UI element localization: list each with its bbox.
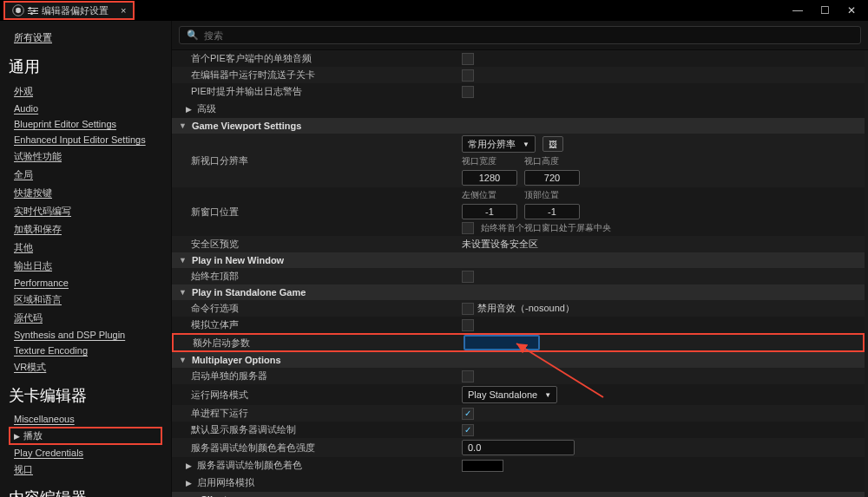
nav-play-label: 播放: [23, 429, 43, 442]
row-label: 新视口分辨率: [172, 154, 458, 167]
chevron-down-icon: ▼: [179, 121, 187, 130]
nav-loadsave[interactable]: 加载和保存: [9, 220, 162, 239]
row-label: 模拟立体声: [172, 318, 458, 331]
checkbox[interactable]: [462, 370, 474, 383]
search-icon: 🔍: [187, 29, 199, 41]
row-label: 服务器调试绘制颜色着色强度: [172, 441, 458, 454]
nav-region[interactable]: 区域和语言: [9, 291, 162, 309]
checkbox-checked[interactable]: [462, 408, 474, 420]
nav-outputlog[interactable]: 输出日志: [9, 257, 162, 275]
row-label: 首个PIE客户端中的单独音频: [172, 52, 458, 65]
sidebar: 所有设置 通用 外观 Audio Blueprint Editor Settin…: [0, 21, 172, 497]
nav-blueprint[interactable]: Blueprint Editor Settings: [9, 116, 162, 132]
nav-enhanced-input[interactable]: Enhanced Input Editor Settings: [9, 132, 162, 147]
viewport-width-input[interactable]: [462, 170, 517, 186]
sliders-icon: [28, 6, 38, 15]
nav-play-highlighted[interactable]: ▶ 播放: [9, 427, 162, 445]
chevron-right-icon: ▶: [14, 432, 20, 441]
chevron-down-icon: ▼: [179, 256, 187, 265]
top-pos-input[interactable]: [524, 204, 580, 219]
checkbox[interactable]: [462, 53, 474, 65]
chevron-down-icon: ▼: [523, 141, 529, 148]
section-general: 通用: [9, 56, 162, 77]
ue-logo-icon: [12, 4, 24, 16]
checkbox[interactable]: [462, 69, 474, 82]
nav-texture[interactable]: Texture Encoding: [9, 343, 162, 358]
nosound-checkbox[interactable]: [462, 303, 474, 315]
content-panel: 🔍 首个PIE客户端中的单独音频 在编辑器中运行时流送子关卡 PIE时提升并输出…: [172, 21, 868, 497]
nav-synthesis[interactable]: Synthesis and DSP Plugin: [9, 327, 162, 343]
row-label: 单进程下运行: [172, 407, 458, 420]
nav-appearance[interactable]: 外观: [9, 82, 162, 101]
nav-global[interactable]: 全局: [9, 166, 162, 184]
viewport-height-input[interactable]: [524, 170, 580, 186]
nav-sourcecode[interactable]: 源代码: [9, 309, 162, 327]
row-label: 命令行选项: [172, 302, 458, 315]
chevron-right-icon: ▶: [186, 479, 192, 487]
section-mpo[interactable]: ▼Multiplayer Options: [172, 352, 865, 368]
image-icon-button[interactable]: 🖼: [542, 136, 563, 152]
color-swatch[interactable]: [462, 460, 503, 472]
settings-scroll[interactable]: 首个PIE客户端中的单独音频 在编辑器中运行时流送子关卡 PIE时提升并输出日志…: [172, 50, 868, 497]
resolution-dropdown[interactable]: 常用分辨率▼: [462, 135, 536, 153]
section-pinw[interactable]: ▼Play in New Window: [172, 252, 865, 268]
title-bar: 编辑器偏好设置 × — ☐ ✕: [0, 0, 868, 21]
checkbox[interactable]: [462, 319, 474, 331]
search-box[interactable]: 🔍: [179, 26, 861, 44]
chevron-down-icon: ▼: [179, 288, 187, 297]
chevron-down-icon: ▼: [544, 391, 551, 399]
nav-experimental[interactable]: 试验性功能: [9, 147, 162, 166]
search-input[interactable]: [204, 30, 853, 41]
netmode-dropdown[interactable]: Play Standalone▼: [462, 386, 557, 403]
checkbox[interactable]: [462, 86, 474, 98]
nav-viewport[interactable]: 视口: [9, 461, 162, 479]
active-tab[interactable]: 编辑器偏好设置 ×: [3, 1, 135, 20]
image-icon: 🖼: [549, 140, 557, 149]
checkbox[interactable]: [462, 271, 474, 283]
chevron-right-icon: ▶: [186, 461, 192, 470]
section-contenteditor: 内容编辑器: [9, 487, 162, 497]
section-pisg[interactable]: ▼Play in Standalone Game: [172, 284, 865, 300]
chevron-down-icon: ▼: [179, 356, 187, 364]
maximize-button[interactable]: ☐: [820, 4, 830, 16]
row-label: 始终在顶部: [172, 270, 458, 283]
nav-shortcuts[interactable]: 快捷按键: [9, 184, 162, 202]
row-label: 在编辑器中运行时流送子关卡: [172, 69, 458, 82]
row-label: PIE时提升并输出日志警告: [172, 85, 458, 98]
nav-playcred[interactable]: Play Credentials: [9, 445, 162, 461]
checkbox-checked[interactable]: [462, 424, 474, 436]
nav-misc[interactable]: Miscellaneous: [9, 411, 162, 427]
nav-livecoding[interactable]: 实时代码编写: [9, 202, 162, 220]
extra-launch-params-label: 额外启动参数: [174, 337, 460, 350]
row-label: 启动单独的服务器: [172, 369, 458, 383]
section-leveleditor: 关卡编辑器: [9, 385, 162, 406]
row-label: 默认显示服务器调试绘制: [172, 423, 458, 436]
chevron-right-icon: ▶: [186, 105, 192, 114]
nav-performance[interactable]: Performance: [9, 275, 162, 291]
advanced-expander[interactable]: ▶高级: [172, 100, 865, 118]
row-label: 新窗口位置: [172, 206, 458, 219]
row-label: 安全区预览: [172, 238, 458, 251]
window-controls: — ☐ ✕: [792, 4, 868, 16]
nav-vr[interactable]: VR模式: [9, 358, 162, 376]
extra-launch-params-input[interactable]: [464, 335, 540, 350]
close-button[interactable]: ✕: [847, 4, 856, 16]
row-label: 运行网络模式: [172, 389, 458, 402]
left-pos-input[interactable]: [462, 204, 517, 219]
tint-strength-input[interactable]: [462, 440, 575, 455]
center-checkbox[interactable]: [462, 222, 474, 234]
close-icon[interactable]: ×: [121, 5, 126, 16]
nav-other[interactable]: 其他: [9, 239, 162, 257]
netemu-expander[interactable]: ▶启用网络模拟: [172, 474, 865, 492]
section-gvs[interactable]: ▼Game Viewport Settings: [172, 118, 865, 134]
safezone-value: 未设置设备安全区: [462, 239, 538, 249]
nav-audio[interactable]: Audio: [9, 101, 162, 116]
minimize-button[interactable]: —: [792, 4, 803, 16]
all-settings-link[interactable]: 所有设置: [9, 28, 162, 48]
tab-title: 编辑器偏好设置: [42, 4, 108, 17]
section-client[interactable]: ▼Client: [172, 492, 865, 497]
